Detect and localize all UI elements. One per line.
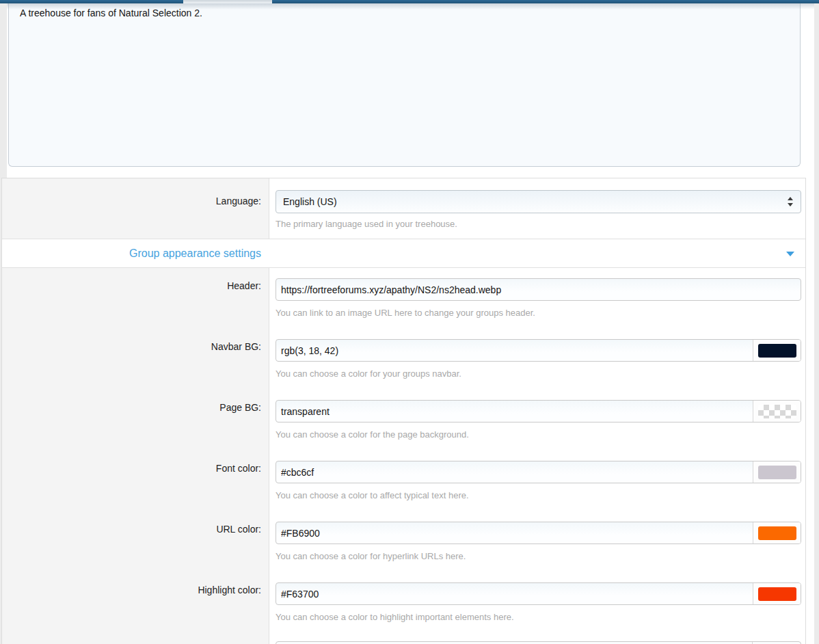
navbar-bg-hint: You can choose a color for your groups n…: [276, 368, 801, 379]
page-bg-transparent-swatch: [758, 405, 796, 418]
top-tab-bar: [0, 0, 819, 3]
navbar-bg-input[interactable]: [276, 340, 753, 361]
url-color-swatch: [758, 526, 796, 540]
collapse-caret-icon[interactable]: [786, 252, 794, 256]
navbar-bg-label: Navbar BG:: [2, 341, 269, 352]
url-color-label: URL color:: [2, 524, 269, 535]
page-bg-swatch-area[interactable]: [753, 401, 801, 422]
font-color-input[interactable]: [276, 461, 753, 483]
highlight-color-hint: You can choose a color to highlight impo…: [276, 612, 801, 622]
highlight-color-input[interactable]: [276, 583, 753, 604]
settings-form: Language: English (US) The primary langu…: [1, 178, 806, 644]
navbar-bg-swatch: [758, 344, 796, 358]
font-color-swatch-area[interactable]: [753, 461, 801, 483]
page-bg-input[interactable]: [276, 401, 753, 422]
navbar-bg-field-group: You can choose a color for your groups n…: [276, 339, 801, 379]
url-color-hint: You can choose a color for hyperlink URL…: [276, 551, 801, 561]
appearance-section: Header: Navbar BG: Page BG: Font color: …: [2, 268, 805, 644]
url-color-field-group: You can choose a color for hyperlink URL…: [276, 522, 801, 561]
header-input[interactable]: [276, 279, 801, 300]
header-label: Header:: [2, 280, 269, 291]
select-arrows-icon: [788, 197, 793, 206]
font-color-swatch: [758, 466, 796, 479]
language-row: Language: English (US) The primary langu…: [2, 178, 805, 239]
language-select-value: English (US): [283, 191, 337, 213]
font-color-field-group: You can choose a color to affect typical…: [276, 461, 801, 500]
active-tab-indicator[interactable]: [183, 0, 272, 3]
language-label: Language:: [2, 196, 269, 206]
font-color-label: Font color:: [2, 463, 269, 474]
font-color-hint: You can choose a color to affect typical…: [276, 490, 801, 500]
url-color-input[interactable]: [276, 522, 753, 544]
next-color-field-partial[interactable]: [276, 641, 801, 644]
highlight-color-label: Highlight color:: [2, 585, 269, 595]
highlight-color-swatch-area[interactable]: [753, 583, 801, 604]
appearance-section-title: Group appearance settings: [2, 239, 269, 267]
page-bg-label: Page BG:: [2, 402, 269, 413]
page-bg-field-group: You can choose a color for the page back…: [276, 400, 801, 440]
url-color-swatch-area[interactable]: [753, 522, 801, 544]
highlight-color-swatch: [758, 587, 796, 601]
language-hint: The primary language used in your treeho…: [276, 219, 457, 229]
appearance-header-row: Group appearance settings: [2, 239, 805, 268]
language-select[interactable]: English (US): [276, 190, 801, 213]
highlight-color-field-group: You can choose a color to highlight impo…: [276, 582, 801, 622]
settings-page: Language: English (US) The primary langu…: [0, 0, 819, 644]
header-hint: You can link to an image URL here to cha…: [276, 308, 801, 318]
page-bg-hint: You can choose a color for the page back…: [276, 429, 801, 440]
navbar-bg-swatch-area[interactable]: [753, 340, 801, 361]
description-textarea[interactable]: [8, 3, 801, 167]
header-field-group: You can link to an image URL here to cha…: [276, 278, 801, 318]
